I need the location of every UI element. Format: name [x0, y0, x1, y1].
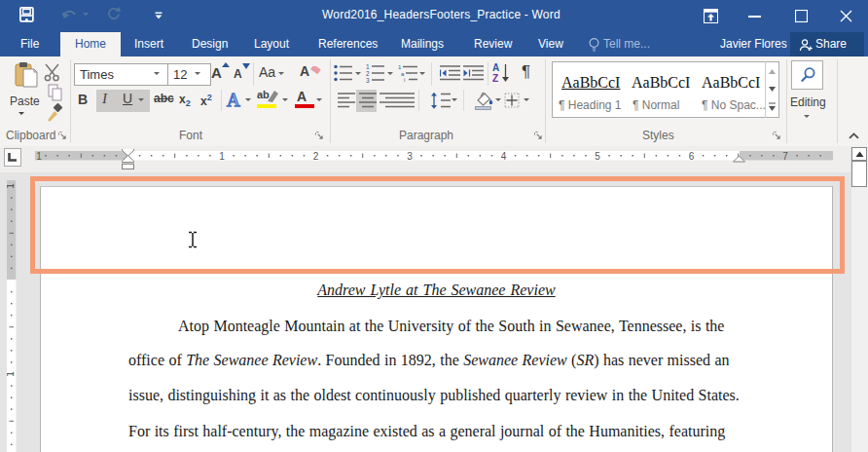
svg-text:a: a	[401, 71, 405, 77]
svg-text:2: 2	[313, 151, 319, 162]
svg-text:1: 1	[7, 183, 16, 189]
svg-text:2: 2	[366, 70, 370, 77]
svg-text:A: A	[492, 62, 499, 73]
svg-text:4: 4	[501, 151, 507, 162]
svg-text:1: 1	[219, 151, 225, 162]
svg-text:i: i	[404, 77, 405, 82]
svg-text:1: 1	[36, 151, 42, 162]
svg-text:1: 1	[398, 64, 402, 70]
svg-text:6: 6	[689, 151, 695, 162]
svg-text:3: 3	[366, 77, 370, 84]
svg-text:A: A	[227, 90, 240, 109]
svg-text:1: 1	[7, 371, 16, 377]
svg-text:5: 5	[595, 151, 600, 162]
svg-text:Z: Z	[492, 73, 498, 84]
svg-text:3: 3	[407, 151, 413, 162]
svg-text:7: 7	[782, 151, 788, 162]
